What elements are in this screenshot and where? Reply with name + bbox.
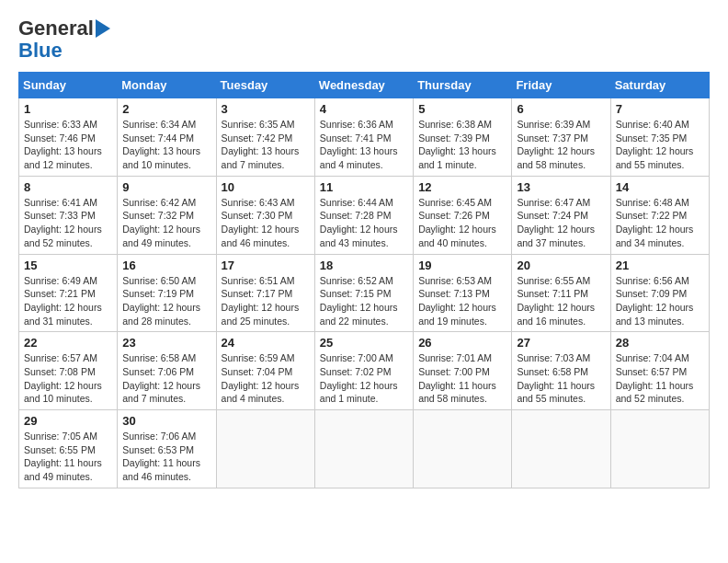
calendar-cell: 18Sunrise: 6:52 AMSunset: 7:15 PMDayligh…	[314, 254, 413, 332]
col-header-wednesday: Wednesday	[314, 73, 413, 98]
day-info: Sunrise: 7:04 AMSunset: 6:57 PMDaylight:…	[616, 351, 704, 406]
day-number: 30	[122, 414, 210, 428]
calendar-cell	[610, 410, 709, 488]
logo-blue: Blue	[18, 39, 63, 63]
calendar-cell: 7Sunrise: 6:40 AMSunset: 7:35 PMDaylight…	[610, 98, 709, 177]
calendar-cell: 24Sunrise: 6:59 AMSunset: 7:04 PMDayligh…	[216, 332, 314, 410]
day-number: 29	[24, 414, 112, 428]
page-header: General Blue	[18, 18, 710, 63]
day-info: Sunrise: 6:48 AMSunset: 7:22 PMDaylight:…	[616, 196, 704, 250]
day-number: 11	[320, 180, 408, 194]
day-info: Sunrise: 6:40 AMSunset: 7:35 PMDaylight:…	[616, 118, 704, 172]
day-info: Sunrise: 7:00 AMSunset: 7:02 PMDaylight:…	[320, 351, 408, 406]
logo-general: General	[18, 18, 94, 39]
calendar-cell: 16Sunrise: 6:50 AMSunset: 7:19 PMDayligh…	[118, 254, 216, 332]
calendar-cell: 17Sunrise: 6:51 AMSunset: 7:17 PMDayligh…	[216, 254, 314, 332]
calendar-cell: 23Sunrise: 6:58 AMSunset: 7:06 PMDayligh…	[118, 332, 216, 410]
day-info: Sunrise: 6:39 AMSunset: 7:37 PMDaylight:…	[517, 118, 605, 172]
calendar-table: SundayMondayTuesdayWednesdayThursdayFrid…	[18, 72, 710, 488]
calendar-cell	[512, 410, 610, 488]
calendar-cell: 15Sunrise: 6:49 AMSunset: 7:21 PMDayligh…	[19, 254, 118, 332]
day-info: Sunrise: 6:58 AMSunset: 7:06 PMDaylight:…	[122, 351, 210, 406]
day-number: 24	[222, 336, 310, 350]
day-info: Sunrise: 6:43 AMSunset: 7:30 PMDaylight:…	[222, 196, 310, 250]
day-number: 3	[222, 102, 310, 116]
day-info: Sunrise: 6:41 AMSunset: 7:33 PMDaylight:…	[24, 196, 112, 250]
day-info: Sunrise: 6:51 AMSunset: 7:17 PMDaylight:…	[222, 274, 310, 328]
day-info: Sunrise: 6:56 AMSunset: 7:09 PMDaylight:…	[616, 274, 704, 328]
day-info: Sunrise: 6:50 AMSunset: 7:19 PMDaylight:…	[122, 274, 210, 328]
calendar-cell: 29Sunrise: 7:05 AMSunset: 6:55 PMDayligh…	[19, 410, 118, 488]
day-number: 25	[320, 336, 408, 350]
day-number: 28	[616, 336, 704, 350]
day-info: Sunrise: 7:01 AMSunset: 7:00 PMDaylight:…	[418, 351, 506, 406]
day-number: 20	[517, 259, 605, 272]
calendar-cell: 4Sunrise: 6:36 AMSunset: 7:41 PMDaylight…	[314, 98, 413, 177]
calendar-cell: 8Sunrise: 6:41 AMSunset: 7:33 PMDaylight…	[19, 176, 118, 254]
day-info: Sunrise: 6:35 AMSunset: 7:42 PMDaylight:…	[222, 118, 310, 172]
day-number: 19	[418, 259, 506, 272]
day-number: 6	[517, 102, 605, 116]
calendar-cell: 3Sunrise: 6:35 AMSunset: 7:42 PMDaylight…	[216, 98, 314, 177]
calendar-cell: 9Sunrise: 6:42 AMSunset: 7:32 PMDaylight…	[118, 176, 216, 254]
calendar-cell	[414, 410, 512, 488]
day-info: Sunrise: 6:53 AMSunset: 7:13 PMDaylight:…	[418, 274, 506, 328]
day-info: Sunrise: 6:57 AMSunset: 7:08 PMDaylight:…	[24, 351, 112, 406]
day-info: Sunrise: 6:34 AMSunset: 7:44 PMDaylight:…	[122, 118, 210, 172]
calendar-cell	[216, 410, 314, 488]
day-number: 18	[320, 259, 408, 272]
col-header-friday: Friday	[512, 73, 610, 98]
calendar-cell: 21Sunrise: 6:56 AMSunset: 7:09 PMDayligh…	[610, 254, 709, 332]
logo-arrow-icon	[96, 19, 110, 38]
day-number: 27	[517, 336, 605, 350]
day-info: Sunrise: 6:44 AMSunset: 7:28 PMDaylight:…	[320, 196, 408, 250]
day-number: 9	[122, 180, 210, 194]
day-number: 21	[616, 259, 704, 272]
calendar-cell	[314, 410, 413, 488]
col-header-thursday: Thursday	[414, 73, 512, 98]
day-number: 1	[24, 102, 112, 116]
day-number: 12	[418, 180, 506, 194]
calendar-cell: 19Sunrise: 6:53 AMSunset: 7:13 PMDayligh…	[414, 254, 512, 332]
calendar-cell: 10Sunrise: 6:43 AMSunset: 7:30 PMDayligh…	[216, 176, 314, 254]
calendar-cell: 20Sunrise: 6:55 AMSunset: 7:11 PMDayligh…	[512, 254, 610, 332]
day-number: 15	[24, 259, 112, 272]
day-number: 26	[418, 336, 506, 350]
calendar-cell: 5Sunrise: 6:38 AMSunset: 7:39 PMDaylight…	[414, 98, 512, 177]
calendar-cell: 30Sunrise: 7:06 AMSunset: 6:53 PMDayligh…	[118, 410, 216, 488]
col-header-saturday: Saturday	[610, 73, 709, 98]
day-info: Sunrise: 6:49 AMSunset: 7:21 PMDaylight:…	[24, 274, 112, 328]
calendar-cell: 13Sunrise: 6:47 AMSunset: 7:24 PMDayligh…	[512, 176, 610, 254]
day-number: 16	[122, 259, 210, 272]
calendar-cell: 1Sunrise: 6:33 AMSunset: 7:46 PMDaylight…	[19, 98, 118, 177]
day-number: 10	[222, 180, 310, 194]
day-info: Sunrise: 6:38 AMSunset: 7:39 PMDaylight:…	[418, 118, 506, 172]
day-info: Sunrise: 6:45 AMSunset: 7:26 PMDaylight:…	[418, 196, 506, 250]
calendar-cell: 11Sunrise: 6:44 AMSunset: 7:28 PMDayligh…	[314, 176, 413, 254]
day-number: 5	[418, 102, 506, 116]
day-info: Sunrise: 6:55 AMSunset: 7:11 PMDaylight:…	[517, 274, 605, 328]
calendar-cell: 27Sunrise: 7:03 AMSunset: 6:58 PMDayligh…	[512, 332, 610, 410]
day-info: Sunrise: 6:52 AMSunset: 7:15 PMDaylight:…	[320, 274, 408, 328]
day-info: Sunrise: 6:33 AMSunset: 7:46 PMDaylight:…	[24, 118, 112, 172]
col-header-sunday: Sunday	[19, 73, 118, 98]
calendar-cell: 26Sunrise: 7:01 AMSunset: 7:00 PMDayligh…	[414, 332, 512, 410]
day-number: 22	[24, 336, 112, 350]
day-number: 7	[616, 102, 704, 116]
col-header-monday: Monday	[118, 73, 216, 98]
day-info: Sunrise: 6:42 AMSunset: 7:32 PMDaylight:…	[122, 196, 210, 250]
day-info: Sunrise: 7:05 AMSunset: 6:55 PMDaylight:…	[24, 430, 112, 484]
col-header-tuesday: Tuesday	[216, 73, 314, 98]
day-info: Sunrise: 7:06 AMSunset: 6:53 PMDaylight:…	[122, 430, 210, 484]
calendar-cell: 22Sunrise: 6:57 AMSunset: 7:08 PMDayligh…	[19, 332, 118, 410]
day-info: Sunrise: 6:47 AMSunset: 7:24 PMDaylight:…	[517, 196, 605, 250]
day-number: 4	[320, 102, 408, 116]
calendar-cell: 2Sunrise: 6:34 AMSunset: 7:44 PMDaylight…	[118, 98, 216, 177]
calendar-cell: 14Sunrise: 6:48 AMSunset: 7:22 PMDayligh…	[610, 176, 709, 254]
logo: General Blue	[18, 18, 110, 63]
day-info: Sunrise: 7:03 AMSunset: 6:58 PMDaylight:…	[517, 351, 605, 406]
calendar-cell: 12Sunrise: 6:45 AMSunset: 7:26 PMDayligh…	[414, 176, 512, 254]
day-info: Sunrise: 6:59 AMSunset: 7:04 PMDaylight:…	[222, 351, 310, 406]
day-number: 17	[222, 259, 310, 272]
calendar-cell: 28Sunrise: 7:04 AMSunset: 6:57 PMDayligh…	[610, 332, 709, 410]
